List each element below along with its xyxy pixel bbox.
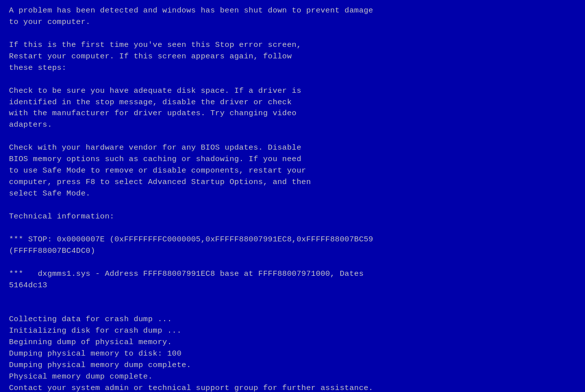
bsod-screen: A problem has been detected and windows … xyxy=(0,0,585,392)
bsod-text: A problem has been detected and windows … xyxy=(9,5,576,392)
